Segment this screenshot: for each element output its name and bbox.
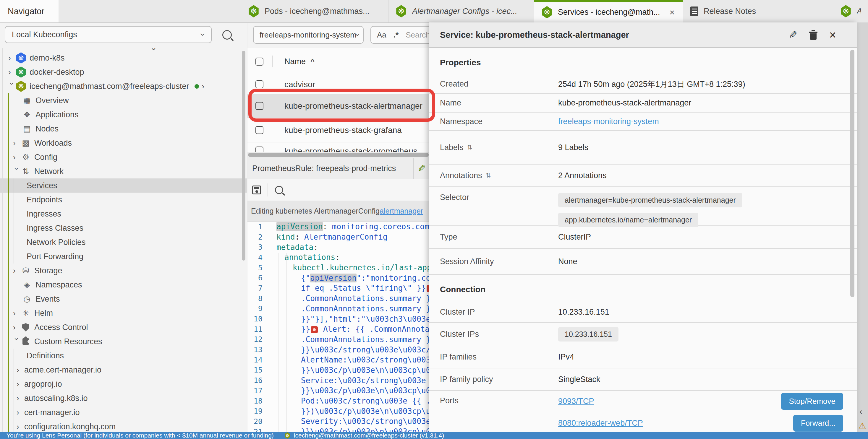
sidebar-item-docker-desktop[interactable]: ›☸docker-desktop [0,65,247,79]
port-action-button[interactable]: Stop/Remove [781,393,843,410]
sidebar-item-network-policies[interactable]: Network Policies [0,235,247,249]
editor-search-icon[interactable] [275,186,283,194]
sidebar-item-ingresses[interactable]: Ingresses [0,207,247,221]
table-row-kube-prometheus-stack-grafana[interactable]: kube-prometheus-stack-grafana [247,118,429,142]
select-all-checkbox[interactable] [255,58,264,66]
chevron-right-icon[interactable]: › [13,309,21,317]
sidebar-item-ingress-classes[interactable]: Ingress Classes [0,221,247,235]
sidebar-item-cert-manager-io[interactable]: ›cert-manager.io [0,405,247,419]
tab-pods-icecheng-mathmas-[interactable]: ☸Pods - icecheng@mathmas... [241,0,388,23]
chevron-right-icon[interactable]: › [13,139,21,147]
code-line-16[interactable]: 16Service:\u003c/strong\u003e { [247,375,429,385]
code-line-20[interactable]: 20Severity:\u003c/strong\u003e [247,416,429,427]
kubeconfig-select[interactable]: Local Kubeconfigs › [5,26,212,43]
code-line-9[interactable]: 9.CommonAnnotations.summary }} [247,304,429,314]
code-line-7[interactable]: 7if eq .Status \"firing\" }} [247,283,429,293]
code-line-15[interactable]: 15}}\u003c/p\u003e\n\u003cp\u003 [247,365,429,375]
code-line-6[interactable]: 6{"apiVersion":"monitoring.core [247,273,429,283]
table-row-cadvisor[interactable]: cadvisor [247,75,429,94]
port-link[interactable]: 8080:reloader-web/TCP [558,418,643,428]
row-checkbox[interactable] [255,126,264,134]
code-line-18[interactable]: 18Pod:\u003c/strong\u003e {{ .Co [247,396,429,406]
sidebar-item-services[interactable]: Services [0,178,247,193]
tab-release-notes[interactable]: Release Notes [683,0,833,23]
edit-resource-icon[interactable]: ✎ [418,163,426,174]
port-action-button[interactable]: Forward... [793,415,843,432]
sidebar-item-custom-resources[interactable]: ›Custom Resources [0,334,247,348]
chevron-right-icon[interactable]: › [17,394,24,402]
active-cluster-text[interactable]: icecheng@mathmast.com@freeleaps-cluster … [294,432,444,439]
search-icon[interactable] [222,30,232,40]
sidebar-item-icecheng-mathmast-com-freeleaps-cluster[interactable]: ›☸icecheng@mathmast.com@freeleaps-cluste… [0,79,247,93]
chevron-right-icon[interactable]: › [202,82,210,90]
sidebar-item-config[interactable]: ›⚙Config [0,150,247,164]
code-line-1[interactable]: 1apiVersion: monitoring.coreos.com/v1 [247,222,429,232]
sidebar-scrollbar[interactable] [242,51,245,261]
sort-toggle-icon[interactable]: ⇅ [486,172,491,179]
chevron-right-icon[interactable]: › [13,267,21,274]
code-line-2[interactable]: 2kind: AlertmanagerConfig [247,232,429,242]
sort-toggle-icon[interactable]: ⇅ [467,143,472,151]
sidebar-item-configuration-konghq-com[interactable]: ›configuration.konghq.com [0,419,247,432]
close-icon[interactable]: × [829,29,836,41]
code-line-13[interactable]: 13}}\u003c/strong\u003e\u003c/h3 [247,344,429,355]
sidebar-item-endpoints[interactable]: Endpoints [0,193,247,207]
sidebar-item-nodes[interactable]: ▤Nodes [0,122,247,136]
sidebar-item-definitions[interactable]: Definitions [0,348,247,363]
sidebar-item-demo-k8s[interactable]: ›☸demo-k8s [0,51,247,65]
table-row-kube-prometheus-stack-prometheus[interactable]: kube-prometheus-stack-prometheus [247,142,429,152]
regex-button[interactable]: .* [394,30,399,40]
column-header-name[interactable]: Name ^ [284,57,315,66]
table-row-kube-prometheus-stack-alertmanager[interactable]: kube-prometheus-stack-alertmanager [247,94,429,118]
sidebar-item-access-control[interactable]: ›Access Control [0,320,247,334]
sidebar-item-port-forwarding[interactable]: Port Forwarding [0,249,247,264]
namespace-link[interactable]: freeleaps-monitoring-system [558,117,659,126]
row-checkbox[interactable] [255,80,264,88]
editing-resource-link[interactable]: alertmanager [380,207,423,215]
chevron-right-icon[interactable]: › [17,409,24,416]
code-line-17[interactable]: 17}}\u003c/p\u003e\n\u003cp\u003 [247,385,429,396]
sidebar-item-autoscaling-k8s-io[interactable]: ›autoscaling.k8s.io [0,391,247,405]
chevron-down-icon[interactable]: › [13,338,21,345]
sidebar-item-applications[interactable]: ❖Applications [0,107,247,122]
chevron-right-icon[interactable]: › [13,153,21,161]
code-line-19[interactable]: 19}})\u003c/p\u003e\n\u003cp\u00 [247,406,429,416]
code-line-10[interactable]: 10}}"}],"html":"\u003ch3\u003e\u [247,314,429,324]
code-line-3[interactable]: 3metadata: [247,242,429,252]
edit-icon[interactable]: ✎ [789,29,797,41]
panel-scrollbar[interactable] [850,49,855,297]
port-link[interactable]: 9093/TCP [558,397,594,406]
code-line-11[interactable]: 11}} Alert: {{ .CommonAnnotati [247,324,429,334]
sidebar-item-storage[interactable]: ›⛁Storage [0,264,247,278]
code-line-14[interactable]: 14AlertName:\u003c/strong\u003e [247,355,429,365]
save-icon[interactable] [252,185,261,194]
chevron-right-icon[interactable]: › [17,366,24,374]
row-checkbox[interactable] [255,146,264,152]
sidebar-item-overview[interactable]: ▦Overview [0,93,247,107]
chevron-right-icon[interactable]: › [8,54,16,62]
code-line-5[interactable]: 5kubectl.kubernetes.io/last-appli [247,263,429,273]
code-line-4[interactable]: 4annotations: [247,252,429,263]
match-case-button[interactable]: Aa [377,30,386,40]
namespace-select[interactable]: freeleaps-monitoring-system › [253,26,364,44]
code-line-8[interactable]: 8.CommonAnnotations.summary }} [247,293,429,304]
tab-close-icon[interactable]: × [668,7,676,18]
row-checkbox[interactable] [255,102,264,110]
yaml-editor[interactable]: 1apiVersion: monitoring.coreos.com/v12ki… [247,222,429,433]
chevron-right-icon[interactable]: › [17,423,24,431]
chevron-right-icon[interactable]: › [13,324,21,331]
sidebar-item-workloads[interactable]: ›▩Workloads [0,136,247,150]
delete-icon[interactable] [809,30,817,40]
resource-tab-title[interactable]: PrometheusRule: freepeals-prod-metrics [252,164,396,173]
horizontal-scrollbar[interactable] [247,152,429,158]
code-line-12[interactable]: 12.CommonAnnotations.summary }} [247,334,429,345]
sidebar-item-argoproj-io[interactable]: ›argoproj.io [0,377,247,391]
chevron-down-icon[interactable]: › [13,168,21,175]
chevron-right-icon[interactable]: › [8,68,16,76]
chevron-right-icon[interactable]: › [17,380,24,388]
tab-alertmanager-configs-icec-[interactable]: ☸Alertmanager Configs - icec... [388,0,534,23]
collapse-arrow-icon[interactable]: ‹ [860,406,862,416]
tab-services-icecheng-math-[interactable]: ☸Services - icecheng@math...× [534,0,683,23]
sidebar-item-namespaces[interactable]: ◈Namespaces [0,278,247,292]
sidebar-item-network[interactable]: ›⇅Network [0,164,247,178]
